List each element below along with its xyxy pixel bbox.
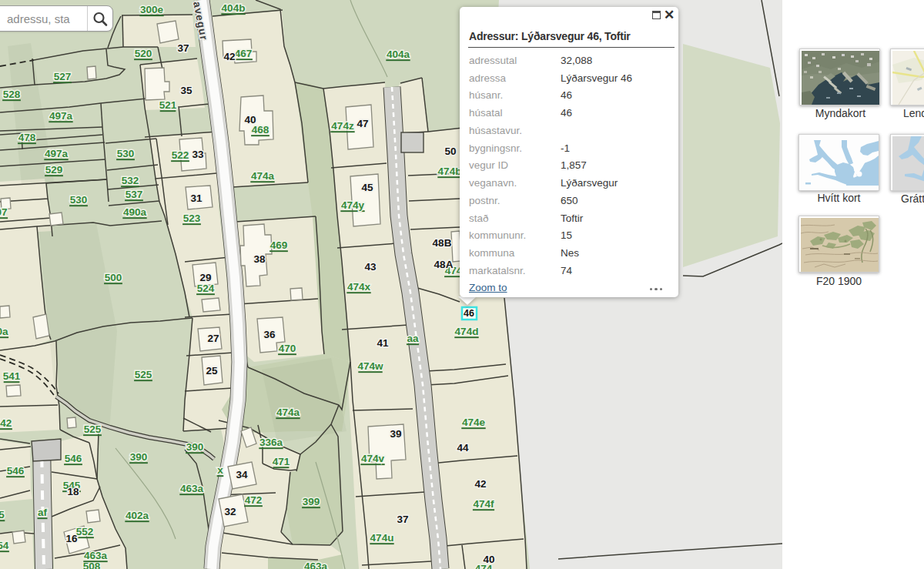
svg-text:18: 18: [67, 486, 79, 497]
svg-text:45: 45: [361, 182, 373, 193]
svg-text:40: 40: [244, 114, 256, 126]
svg-text:524: 524: [197, 283, 215, 294]
svg-text:404b: 404b: [222, 2, 246, 14]
svg-text:537: 537: [126, 189, 143, 200]
svg-text:522: 522: [172, 149, 189, 161]
svg-text:41: 41: [377, 337, 389, 349]
svg-text:521: 521: [159, 99, 177, 111]
svg-text:x: x: [217, 464, 223, 476]
svg-text:490a: 490a: [123, 206, 147, 218]
svg-text:525: 525: [135, 369, 152, 380]
svg-text:35: 35: [180, 85, 192, 96]
svg-text:47: 47: [357, 118, 368, 129]
svg-text:474f: 474f: [473, 498, 494, 510]
svg-text:552: 552: [76, 526, 94, 537]
svg-text:25: 25: [206, 365, 218, 377]
svg-text:474w: 474w: [357, 360, 383, 372]
svg-text:0a: 0a: [0, 326, 8, 337]
svg-text:40: 40: [483, 554, 494, 565]
svg-text:541: 541: [3, 370, 21, 382]
svg-text:529: 529: [45, 164, 63, 176]
svg-text:38: 38: [253, 253, 266, 265]
svg-text:474x: 474x: [347, 281, 371, 293]
svg-text:390: 390: [186, 441, 204, 453]
svg-text:470: 470: [279, 343, 296, 354]
svg-text:532: 532: [122, 175, 139, 186]
svg-text:46: 46: [464, 308, 474, 319]
svg-text:497a: 497a: [45, 148, 69, 159]
svg-text:474a: 474a: [251, 170, 275, 182]
svg-text:42: 42: [223, 51, 235, 62]
svg-text:37: 37: [177, 42, 189, 54]
svg-text:29: 29: [199, 272, 211, 283]
svg-text:497a: 497a: [49, 110, 73, 122]
svg-text:472: 472: [245, 494, 263, 506]
svg-text:474v: 474v: [361, 453, 385, 464]
svg-text:300e: 300e: [140, 4, 164, 15]
svg-text:16: 16: [65, 533, 78, 544]
svg-text:43: 43: [364, 261, 377, 273]
svg-text:404a: 404a: [387, 49, 410, 60]
svg-text:500: 500: [105, 272, 122, 283]
svg-text:523: 523: [183, 213, 201, 224]
svg-text:5: 5: [0, 509, 5, 520]
svg-text:525: 525: [84, 423, 102, 435]
svg-text:467: 467: [235, 48, 253, 59]
svg-text:527: 527: [54, 71, 72, 82]
svg-text:463a: 463a: [84, 550, 108, 561]
svg-text:546: 546: [65, 453, 82, 464]
svg-text:463a: 463a: [304, 561, 328, 569]
svg-text:402a: 402a: [126, 510, 149, 521]
svg-text:33: 33: [192, 149, 204, 160]
svg-text:37: 37: [397, 514, 408, 525]
svg-text:af: af: [38, 507, 48, 518]
svg-text:530: 530: [70, 194, 88, 206]
svg-text:474d: 474d: [455, 326, 479, 337]
svg-text:520: 520: [135, 48, 152, 59]
svg-text:48A: 48A: [434, 259, 454, 270]
svg-text:39: 39: [390, 428, 401, 440]
svg-text:36: 36: [263, 329, 276, 340]
svg-text:50: 50: [444, 146, 456, 157]
svg-text:474a: 474a: [276, 407, 300, 418]
svg-text:554: 554: [0, 540, 9, 551]
svg-text:530: 530: [117, 148, 135, 159]
svg-text:32: 32: [224, 506, 236, 517]
svg-text:42: 42: [474, 478, 486, 490]
svg-text:478: 478: [18, 132, 36, 143]
svg-text:399: 399: [303, 496, 320, 507]
svg-text:aa: aa: [407, 333, 419, 344]
svg-text:469: 469: [270, 239, 288, 251]
svg-text:468: 468: [252, 124, 270, 136]
svg-text:463a: 463a: [180, 483, 204, 494]
svg-text:474z: 474z: [331, 120, 354, 132]
svg-text:474b: 474b: [438, 166, 462, 177]
svg-text:48B: 48B: [433, 237, 452, 249]
svg-text:474u: 474u: [370, 532, 394, 544]
svg-text:471: 471: [273, 456, 290, 467]
svg-text:474e: 474e: [462, 417, 486, 428]
svg-text:07: 07: [0, 206, 8, 218]
svg-text:546: 546: [7, 465, 25, 477]
svg-text:27: 27: [207, 333, 219, 344]
svg-text:336a: 336a: [259, 437, 283, 448]
svg-text:44: 44: [457, 442, 469, 454]
svg-text:31: 31: [190, 192, 203, 204]
svg-text:542: 542: [0, 417, 12, 429]
svg-text:390: 390: [130, 451, 148, 463]
svg-text:474y: 474y: [341, 199, 365, 211]
svg-text:34: 34: [236, 469, 248, 480]
svg-text:528: 528: [3, 89, 21, 100]
